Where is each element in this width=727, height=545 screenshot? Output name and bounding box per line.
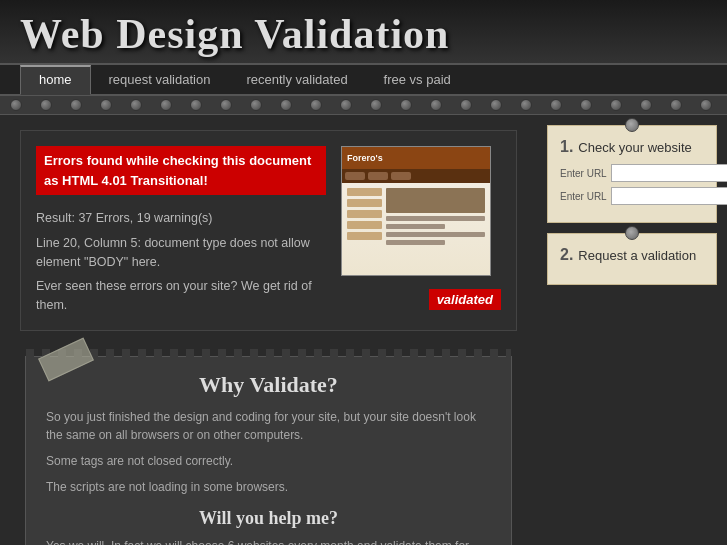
stud-decoration [130,99,142,111]
check-url-row: Enter URL check [560,164,704,182]
check-website-card: 1. Check your website Enter URL check En… [547,125,717,223]
main-content: Errors found while checking this documen… [0,115,727,545]
mockup-header-text: Forero's [347,153,383,163]
error-box: Errors found while checking this documen… [36,146,326,195]
card1-step-label: 1. Check your website [560,138,704,156]
request-validation-card: 2. Request a validation [547,233,717,285]
pin-decoration-2 [625,226,639,240]
css-url-row: Enter URL css [560,187,704,205]
url-input-1[interactable] [611,164,727,182]
card2-step-number: 2. [560,246,573,264]
mockup-nav-dot [391,172,411,180]
mockup-content-area [386,188,485,248]
mockup-sidebar-item [347,188,382,196]
url-label-1: Enter URL [560,168,607,179]
hero-image: Forero's [341,146,501,315]
bottom-section: Why Validate? So you just finished the d… [20,351,517,545]
stud-decoration [70,99,82,111]
stud-decoration [160,99,172,111]
stud-decoration [640,99,652,111]
mockup-text-line-short [386,240,445,245]
hero-text: Errors found while checking this documen… [36,146,326,315]
card2-step-label: 2. Request a validation [560,246,704,264]
pin-decoration [625,118,639,132]
stud-decoration [370,99,382,111]
stud-decoration [10,99,22,111]
why-validate-title: Why Validate? [46,372,491,398]
stud-decoration [220,99,232,111]
mockup-image-thumb [386,188,485,213]
navigation: home request validation recently validat… [0,65,727,95]
validated-badge: validated [429,289,501,310]
why-section: Why Validate? So you just finished the d… [20,351,517,545]
mockup-sidebar-item [347,199,382,207]
nav-item-request-validation[interactable]: request validation [91,65,229,94]
mockup-text-line-short [386,224,445,229]
why-paragraph-2: Some tags are not closed correctly. [46,452,491,470]
mockup-nav-bar [342,169,490,183]
mockup-sidebar-item [347,210,382,218]
stud-decoration [580,99,592,111]
why-paragraph-3: The scripts are not loading in some brow… [46,478,491,496]
mockup-text-line [386,216,485,221]
stud-decoration [400,99,412,111]
cta-text: Ever seen these errors on your site? We … [36,277,326,315]
stud-decoration [490,99,502,111]
content-left: Errors found while checking this documen… [0,115,537,545]
card2-title: Request a validation [578,248,696,263]
stud-decoration [460,99,472,111]
mockup-body [342,183,490,253]
url-input-2[interactable] [611,187,727,205]
mockup-sidebar-item [347,232,382,240]
nav-item-recently-validated[interactable]: recently validated [228,65,365,94]
mockup-sidebar-item [347,221,382,229]
mockup-sidebar [347,188,382,248]
stud-decoration [280,99,292,111]
stud-decoration [190,99,202,111]
stud-decoration [100,99,112,111]
help-text: Yes we will. In fact we will choose 6 we… [46,537,491,545]
mockup-header: Forero's [342,147,490,169]
mockup-nav-dot [368,172,388,180]
stud-decoration [670,99,682,111]
line-error-text: Line 20, Column 5: document type does no… [36,234,326,272]
stud-decoration [610,99,622,111]
stud-decoration [310,99,322,111]
help-title: Will you help me? [46,508,491,529]
url-label-2: Enter URL [560,191,607,202]
nav-item-home[interactable]: home [20,65,91,95]
why-paragraph-1: So you just finished the design and codi… [46,408,491,444]
stud-decoration [340,99,352,111]
card1-step-number: 1. [560,138,573,156]
decorative-studs-row [0,95,727,115]
site-header: Web Design Validation [0,0,727,65]
stud-decoration [550,99,562,111]
right-sidebar: 1. Check your website Enter URL check En… [537,115,727,545]
stud-decoration [700,99,712,111]
card1-title: Check your website [578,140,691,155]
site-title: Web Design Validation [20,10,707,58]
mockup-nav-dot [345,172,365,180]
stud-decoration [250,99,262,111]
stud-decoration [520,99,532,111]
mockup-text-line [386,232,485,237]
result-text: Result: 37 Errors, 19 warning(s) [36,209,326,228]
nav-item-free-vs-paid[interactable]: free vs paid [366,65,469,94]
stud-decoration [40,99,52,111]
hero-section: Errors found while checking this documen… [20,130,517,331]
website-mockup: Forero's [341,146,491,276]
stud-decoration [430,99,442,111]
why-validate-card: Why Validate? So you just finished the d… [25,356,512,545]
